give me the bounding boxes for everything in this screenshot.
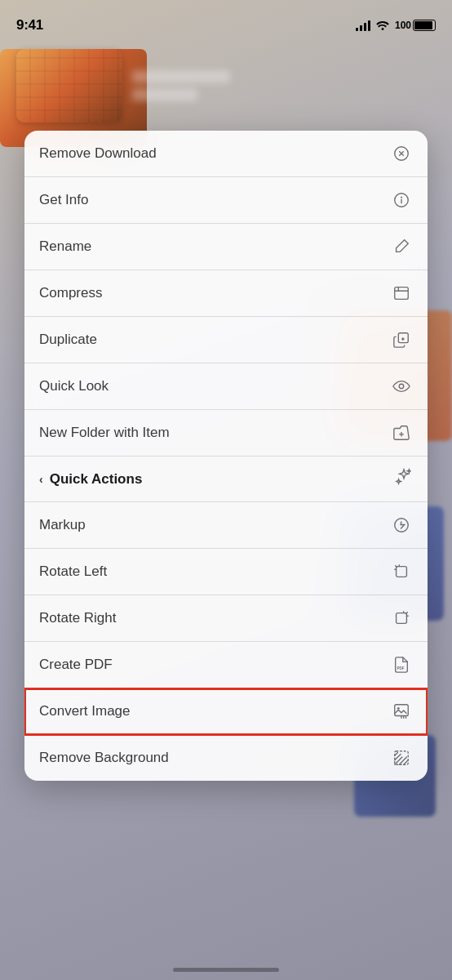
- wifi-icon: [375, 19, 390, 33]
- battery-label: 100: [395, 20, 411, 31]
- menu-item-duplicate[interactable]: Duplicate: [24, 317, 428, 363]
- menu-item-convert-image[interactable]: Convert Image: [24, 688, 428, 735]
- svg-rect-4: [395, 287, 409, 300]
- menu-item-quick-look[interactable]: Quick Look: [24, 363, 428, 410]
- menu-item-get-info[interactable]: Get Info: [24, 177, 428, 224]
- status-icons: 100: [356, 19, 436, 33]
- convert-image-label: Convert Image: [39, 703, 131, 719]
- menu-item-remove-background[interactable]: Remove Background: [24, 735, 428, 781]
- rotate-left-label: Rotate Left: [39, 564, 107, 580]
- menu-item-rotate-right[interactable]: Rotate Right: [24, 595, 428, 642]
- menu-item-rotate-left[interactable]: Rotate Left: [24, 549, 428, 595]
- compress-label: Compress: [39, 285, 102, 301]
- rotate-right-label: Rotate Right: [39, 610, 117, 626]
- svg-point-18: [397, 707, 400, 710]
- file-subtitle-blurred: [132, 88, 197, 101]
- menu-item-create-pdf[interactable]: Create PDF PDF: [24, 642, 428, 688]
- svg-point-10: [399, 384, 404, 389]
- pencil-icon: [390, 235, 413, 258]
- get-info-label: Get Info: [39, 192, 88, 208]
- xmark-circle-icon: [390, 142, 413, 165]
- new-folder-with-item-label: New Folder with Item: [39, 425, 170, 441]
- svg-rect-17: [395, 705, 409, 716]
- battery-icon: 100: [395, 20, 436, 31]
- menu-item-markup[interactable]: Markup: [24, 502, 428, 549]
- menu-item-compress[interactable]: Compress: [24, 270, 428, 317]
- menu-item-remove-download[interactable]: Remove Download: [24, 131, 428, 177]
- svg-rect-15: [397, 613, 407, 624]
- info-circle-icon: [390, 189, 413, 212]
- svg-rect-14: [397, 567, 407, 577]
- battery-body: [413, 20, 436, 31]
- pdf-icon: PDF: [390, 653, 413, 676]
- rename-label: Rename: [39, 238, 91, 255]
- svg-text:PDF: PDF: [397, 666, 405, 670]
- menu-item-new-folder-with-item[interactable]: New Folder with Item: [24, 410, 428, 457]
- quick-actions-label: Quick Actions: [50, 471, 143, 488]
- status-bar: 9:41 100: [0, 0, 452, 41]
- markup-label: Markup: [39, 517, 86, 533]
- quick-look-label: Quick Look: [39, 378, 109, 394]
- signal-icon: [356, 20, 370, 31]
- file-header: [16, 49, 230, 122]
- rotate-right-icon: [390, 607, 413, 630]
- remove-bg-icon: [390, 746, 413, 769]
- duplicate-icon: [390, 328, 413, 351]
- markup-icon: [390, 514, 413, 537]
- remove-download-label: Remove Download: [39, 145, 157, 162]
- rotate-left-icon: [390, 560, 413, 583]
- quick-actions-header[interactable]: ‹ Quick Actions: [24, 457, 428, 502]
- menu-item-rename[interactable]: Rename: [24, 224, 428, 270]
- chevron-down-icon: ‹: [39, 473, 43, 486]
- convert-image-icon: [390, 700, 413, 723]
- home-indicator: [173, 968, 279, 972]
- duplicate-label: Duplicate: [39, 332, 97, 348]
- folder-plus-icon: [390, 421, 413, 444]
- battery-fill: [414, 21, 432, 29]
- status-time: 9:41: [16, 17, 43, 33]
- remove-background-label: Remove Background: [39, 750, 169, 766]
- file-thumbnail: [16, 49, 122, 122]
- file-name-blurred: [132, 70, 230, 83]
- create-pdf-label: Create PDF: [39, 657, 113, 673]
- sparkles-icon: [395, 468, 413, 490]
- compress-icon: [390, 282, 413, 305]
- quick-actions-left: ‹ Quick Actions: [39, 471, 142, 488]
- context-menu: Remove Download Get Info Rename: [24, 131, 428, 781]
- eye-icon: [390, 375, 413, 398]
